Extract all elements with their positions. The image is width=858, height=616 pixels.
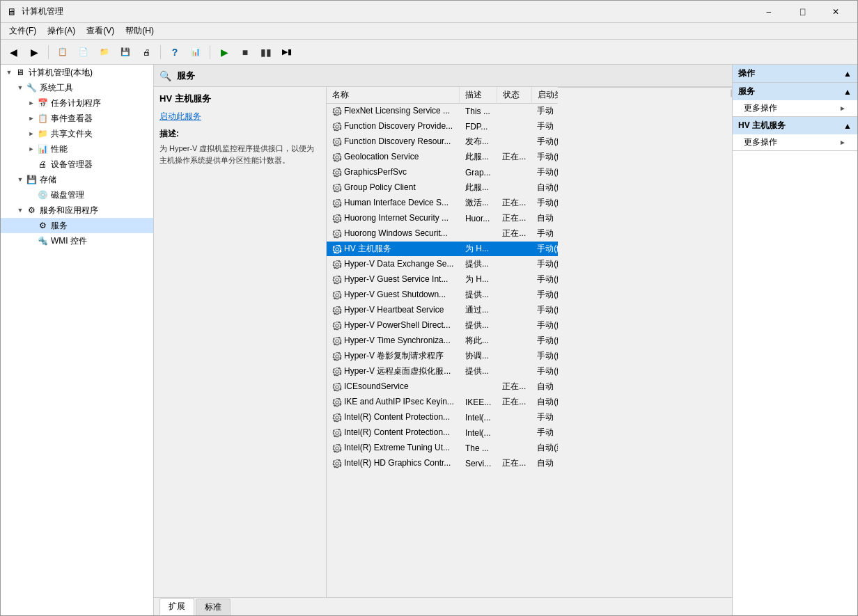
service-startup-cell: 手动(触发... (531, 364, 558, 379)
table-row[interactable]: Intel(R) HD Graphics Contr...Servi...正在.… (327, 456, 558, 471)
table-row[interactable]: Group Policy Client此服...自动(触发...本 (327, 180, 558, 196)
sidebar-item-root[interactable]: ▼ 🖥 计算机管理(本地) (1, 65, 153, 80)
menu-help[interactable]: 帮助(H) (120, 24, 159, 38)
toolbar-help[interactable]: ? (165, 42, 185, 62)
toolbar-restart[interactable]: ▶▮ (277, 42, 297, 62)
expand-storage[interactable]: ▼ (15, 174, 26, 185)
service-status-cell (497, 287, 531, 303)
minimize-button[interactable]: ‒ (753, 2, 785, 22)
wmi-icon: 🔩 (37, 235, 48, 246)
menu-view[interactable]: 查看(V) (81, 24, 120, 38)
expand-perf[interactable]: ► (26, 143, 37, 155)
actions-section-hv: HV 主机服务 ▲ 更多操作 ► (733, 117, 857, 151)
toolbar-btn-5[interactable]: 🖨 (136, 42, 156, 62)
table-row[interactable]: Hyper-V 远程桌面虚拟化服...提供...手动(触发...本 (327, 364, 558, 379)
sidebar-item-performance[interactable]: ► 📊 性能 (1, 141, 153, 157)
menu-action[interactable]: 操作(A) (42, 24, 81, 38)
horizontal-scrollbar[interactable] (558, 87, 732, 98)
sidebar-item-services-apps[interactable]: ▼ ⚙ 服务和应用程序 (1, 203, 153, 218)
table-row[interactable]: Hyper-V Guest Service Int...为 H...手动(触发.… (327, 272, 558, 287)
service-status-cell (497, 119, 531, 134)
sidebar-item-device-mgr[interactable]: 🖨 设备管理器 (1, 157, 153, 172)
close-button[interactable]: ✕ (820, 2, 852, 22)
table-row[interactable]: IKE and AuthIP IPsec Keyin...IKEE...正在..… (327, 395, 558, 410)
actions-title[interactable]: 操作 ▲ (733, 65, 857, 82)
table-row[interactable]: Intel(R) Content Protection...Intel(...手… (327, 425, 558, 441)
service-name-cell: IKE and AuthIP IPsec Keyin... (327, 395, 460, 410)
toolbar-btn-1[interactable]: 📋 (53, 42, 72, 62)
col-startup[interactable]: 启动类型 (531, 87, 558, 104)
menu-file[interactable]: 文件(F) (3, 24, 42, 38)
sidebar-item-shared-folders[interactable]: ► 📁 共享文件夹 (1, 126, 153, 141)
restore-button[interactable]: ⎕ (786, 2, 818, 22)
toolbar-forward[interactable]: ▶ (24, 42, 44, 62)
table-row[interactable]: Hyper-V PowerShell Direct...提供...手动(触发..… (327, 318, 558, 333)
bottom-tabs: 扩展 标准 (154, 597, 732, 615)
sidebar-item-system-tools[interactable]: ▼ 🔧 系统工具 (1, 80, 153, 95)
col-status[interactable]: 状态 (497, 87, 531, 104)
service-startup-cell: 自动(触发... (531, 395, 558, 410)
service-startup-cell: 自动(触发... (531, 180, 558, 196)
toolbar-btn-2[interactable]: 📄 (74, 42, 93, 62)
sidebar-item-events[interactable]: ► 📋 事件查看器 (1, 111, 153, 126)
service-status-cell: 正在... (497, 226, 531, 242)
table-row[interactable]: GraphicsPerfSvcGrap...手动(触发...本 (327, 165, 558, 180)
service-status-cell (497, 318, 531, 333)
toolbar-btn-3[interactable]: 📁 (95, 42, 114, 62)
table-row[interactable]: Intel(R) Content Protection...Intel(...手… (327, 410, 558, 425)
services-section-title[interactable]: 服务 ▲ (733, 83, 857, 100)
col-name[interactable]: 名称 (327, 87, 460, 104)
table-row[interactable]: ICEsoundService正在...自动本 (327, 379, 558, 395)
expand-root[interactable]: ▼ (3, 67, 15, 78)
sidebar-item-disk-mgmt[interactable]: 💿 磁盘管理 (1, 187, 153, 203)
sidebar-item-tasks[interactable]: ► 📅 任务计划程序 (1, 95, 153, 111)
toolbar-btn-6[interactable]: 📊 (186, 42, 205, 62)
tab-standard[interactable]: 标准 (196, 599, 231, 615)
table-row[interactable]: Huorong Windows Securit...正在...手动本 (327, 226, 558, 242)
toolbar-pause[interactable]: ▮▮ (256, 42, 276, 62)
more-actions-hv[interactable]: 更多操作 ► (733, 134, 857, 150)
expand-wmi[interactable] (26, 235, 37, 246)
sidebar-item-wmi[interactable]: 🔩 WMI 控件 (1, 233, 153, 248)
sidebar-item-services[interactable]: ⚙ 服务 (1, 218, 153, 233)
table-row[interactable]: Hyper-V Data Exchange Se...提供...手动(触发...… (327, 257, 558, 272)
table-row[interactable]: Hyper-V 卷影复制请求程序协调...手动(触发...本 (327, 349, 558, 364)
table-row[interactable]: Hyper-V Heartbeat Service通过...手动(触发...本 (327, 303, 558, 318)
table-row[interactable]: Human Interface Device S...激活...正在...手动(… (327, 196, 558, 211)
sidebar-item-storage[interactable]: ▼ 💾 存储 (1, 172, 153, 187)
tab-expand[interactable]: 扩展 (159, 598, 194, 615)
expand-system-tools[interactable]: ▼ (15, 82, 26, 93)
expand-svc[interactable] (26, 220, 37, 231)
toolbar-back[interactable]: ◀ (3, 42, 23, 62)
expand-disk[interactable] (26, 189, 37, 200)
expand-tasks[interactable]: ► (26, 97, 37, 109)
device-icon: 🖨 (37, 159, 48, 170)
table-row[interactable]: Huorong Internet Security ...Huor...正在..… (327, 211, 558, 226)
service-desc-cell: IKEE... (460, 395, 497, 410)
table-row[interactable]: HV 主机服务为 H...手动(触发...本 (327, 242, 558, 257)
start-service-link[interactable]: 启动此服务 (159, 111, 201, 121)
expand-svc-apps[interactable]: ▼ (15, 205, 26, 216)
services-tbody: FlexNet Licensing Service ...This ...手动本… (327, 104, 558, 471)
table-row[interactable]: Function Discovery Provide...FDP...手动本 (327, 119, 558, 134)
expand-shared[interactable]: ► (26, 128, 37, 139)
toolbar-stop[interactable]: ■ (235, 42, 255, 62)
table-row[interactable]: Intel(R) Extreme Tuning Ut...The ...自动(延… (327, 441, 558, 456)
service-name-cell: Intel(R) Content Protection... (327, 410, 460, 425)
table-row[interactable]: FlexNet Licensing Service ...This ...手动本 (327, 104, 558, 119)
more-actions-services[interactable]: 更多操作 ► (733, 100, 857, 116)
col-desc[interactable]: 描述 (460, 87, 497, 104)
toolbar-play[interactable]: ▶ (214, 42, 234, 62)
expand-device[interactable] (26, 159, 37, 170)
toolbar-btn-4[interactable]: 💾 (116, 42, 135, 62)
table-row[interactable]: Hyper-V Time Synchroniza...将此...手动(触发...… (327, 333, 558, 349)
service-name-cell: Hyper-V Guest Service Int... (327, 272, 460, 287)
table-row[interactable]: Function Discovery Resour...发布...手动(触发..… (327, 134, 558, 150)
table-row[interactable]: Geolocation Service此服...正在...手动(触发...本 (327, 150, 558, 165)
service-status-cell (497, 165, 531, 180)
table-row[interactable]: Hyper-V Guest Shutdown...提供...手动(触发...本 (327, 287, 558, 303)
services-title: 服务 (177, 70, 195, 82)
info-panel: HV 主机服务 启动此服务 描述: 为 Hyper-V 虚拟机监控程序提供接口，… (154, 87, 327, 597)
expand-events[interactable]: ► (26, 113, 37, 124)
hv-section-title[interactable]: HV 主机服务 ▲ (733, 117, 857, 134)
